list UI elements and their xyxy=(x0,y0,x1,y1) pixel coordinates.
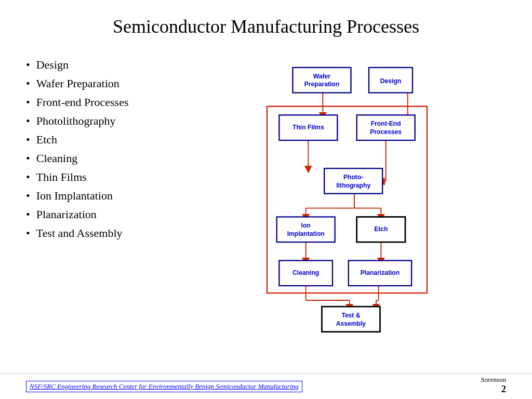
svg-text:Wafer: Wafer xyxy=(313,73,331,80)
list-item: Design xyxy=(26,58,192,72)
svg-text:Assembly: Assembly xyxy=(336,320,366,327)
list-item: Front-end Processes xyxy=(26,96,192,109)
svg-text:Etch: Etch xyxy=(374,225,388,233)
svg-text:Processes: Processes xyxy=(370,128,402,136)
svg-text:lithography: lithography xyxy=(336,182,370,189)
footer: NSF/SRC Engineering Research Center for … xyxy=(0,373,532,399)
footer-link[interactable]: NSF/SRC Engineering Research Center for … xyxy=(26,381,302,392)
svg-rect-35 xyxy=(277,217,335,242)
svg-rect-44 xyxy=(322,307,380,332)
list-item: Ion Implantation xyxy=(26,189,192,203)
svg-text:Design: Design xyxy=(380,77,401,85)
slide-title: Semiconductor Manufacturing Processes xyxy=(26,16,506,37)
svg-text:Preparation: Preparation xyxy=(304,81,339,88)
content-area: DesignWafer PreparationFront-end Process… xyxy=(26,53,506,344)
process-list: DesignWafer PreparationFront-end Process… xyxy=(26,58,192,240)
svg-rect-29 xyxy=(357,115,415,140)
slide: Semiconductor Manufacturing Processes De… xyxy=(0,0,532,399)
list-item: Cleaning xyxy=(26,152,192,165)
diagram-svg: Wafer Preparation Design Thin Films Fron… xyxy=(203,53,506,344)
svg-rect-32 xyxy=(324,168,382,194)
svg-text:Test &: Test & xyxy=(341,312,360,319)
list-item: Wafer Preparation xyxy=(26,77,192,90)
list-item: Test and Assembly xyxy=(26,227,192,240)
footer-credit: Sorenson 2 xyxy=(481,376,506,395)
process-diagram: Wafer Preparation Design Thin Films Fron… xyxy=(203,53,506,344)
svg-text:Thin Films: Thin Films xyxy=(292,124,324,131)
bullet-list: DesignWafer PreparationFront-end Process… xyxy=(26,53,192,245)
svg-text:Ion: Ion xyxy=(301,222,311,229)
svg-text:Planarization: Planarization xyxy=(361,269,400,276)
svg-text:Photo-: Photo- xyxy=(343,174,363,181)
page-number: 2 xyxy=(481,384,506,395)
list-item: Thin Films xyxy=(26,170,192,184)
svg-text:Cleaning: Cleaning xyxy=(292,269,319,276)
list-item: Planarization xyxy=(26,208,192,221)
list-item: Etch xyxy=(26,133,192,147)
author-name: Sorenson xyxy=(481,376,506,384)
list-item: Photolithography xyxy=(26,114,192,128)
svg-rect-22 xyxy=(292,68,351,93)
svg-text:Implantation: Implantation xyxy=(287,230,325,237)
svg-text:Front-End: Front-End xyxy=(371,120,401,127)
